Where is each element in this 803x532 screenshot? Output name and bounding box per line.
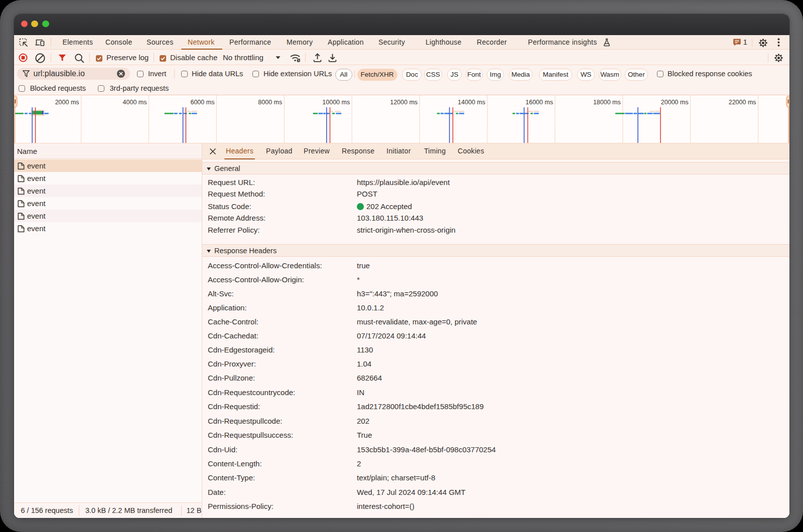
svg-text:6000 ms: 6000 ms	[190, 99, 214, 106]
svg-text:10000 ms: 10000 ms	[322, 99, 350, 106]
svg-text:20000 ms: 20000 ms	[661, 99, 689, 106]
svg-text:4000 ms: 4000 ms	[123, 99, 147, 106]
svg-text:16000 ms: 16000 ms	[525, 99, 553, 106]
svg-text:22000 ms: 22000 ms	[729, 99, 756, 106]
svg-text:14000 ms: 14000 ms	[458, 99, 485, 106]
svg-text:2000 ms: 2000 ms	[55, 99, 79, 106]
svg-text:8000 ms: 8000 ms	[258, 99, 282, 106]
svg-text:12000 ms: 12000 ms	[390, 99, 418, 106]
svg-text:18000 ms: 18000 ms	[593, 99, 621, 106]
